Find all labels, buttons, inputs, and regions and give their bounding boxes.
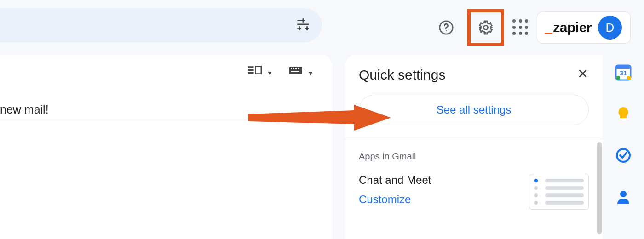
svg-point-2 xyxy=(484,25,488,29)
quick-settings-title: Quick settings xyxy=(359,67,445,83)
tasks-app-icon[interactable] xyxy=(615,147,632,164)
svg-rect-15 xyxy=(627,76,631,80)
section-label-apps: Apps in Gmail xyxy=(359,151,589,162)
split-pane-toggle[interactable]: ▼ xyxy=(248,65,273,77)
scrollbar[interactable] xyxy=(597,142,602,234)
avatar-letter: D xyxy=(606,21,615,35)
top-actions: _zapier D xyxy=(433,9,630,46)
svg-rect-8 xyxy=(291,68,292,69)
help-icon[interactable] xyxy=(433,15,459,40)
divider xyxy=(345,139,603,139)
svg-rect-7 xyxy=(289,67,302,74)
chat-and-meet-row: Chat and Meet Customize xyxy=(359,174,589,210)
svg-rect-9 xyxy=(293,68,294,69)
mail-toolbar: ▼ ▼ xyxy=(248,65,314,77)
chevron-down-icon: ▼ xyxy=(307,69,314,77)
mail-panel: ▼ ▼ new mail! xyxy=(0,55,332,239)
contacts-app-icon[interactable] xyxy=(615,188,632,205)
svg-rect-10 xyxy=(295,68,297,69)
settings-icon[interactable] xyxy=(467,9,504,46)
quick-settings-panel: Quick settings See all settings Apps in … xyxy=(345,55,603,239)
svg-rect-12 xyxy=(291,71,299,72)
brand-logo: _zapier xyxy=(545,20,592,35)
customize-link[interactable]: Customize xyxy=(359,193,431,206)
apps-grid-icon[interactable] xyxy=(512,19,529,36)
svg-rect-3 xyxy=(248,66,254,68)
svg-text:31: 31 xyxy=(620,69,627,77)
svg-point-20 xyxy=(620,191,627,197)
top-bar: _zapier D xyxy=(0,0,644,51)
see-all-settings-button[interactable]: See all settings xyxy=(359,95,589,125)
keep-app-icon[interactable] xyxy=(615,106,632,122)
svg-rect-4 xyxy=(248,69,254,71)
svg-rect-6 xyxy=(256,66,262,74)
side-app-rail: 31 xyxy=(612,64,635,205)
svg-rect-18 xyxy=(621,119,626,121)
svg-rect-11 xyxy=(298,68,299,69)
svg-rect-16 xyxy=(616,76,620,80)
divider xyxy=(0,119,332,119)
avatar[interactable]: D xyxy=(598,16,622,40)
calendar-app-icon[interactable]: 31 xyxy=(615,64,632,81)
layout-thumbnail[interactable] xyxy=(529,174,589,210)
brand-name: zapier xyxy=(553,20,592,35)
workspace-brand-card[interactable]: _zapier D xyxy=(537,12,630,43)
input-method-toggle[interactable]: ▼ xyxy=(289,65,314,77)
chevron-down-icon: ▼ xyxy=(267,69,273,77)
tune-icon[interactable] xyxy=(295,17,311,34)
svg-rect-14 xyxy=(616,65,631,69)
close-icon[interactable] xyxy=(577,67,589,83)
main-row: ▼ ▼ new mail! Quick settings See all set… xyxy=(0,55,603,239)
search-field[interactable] xyxy=(0,8,322,42)
svg-point-1 xyxy=(446,30,447,31)
svg-rect-5 xyxy=(248,72,254,74)
mail-preview-text: new mail! xyxy=(0,103,49,116)
chat-meet-label: Chat and Meet xyxy=(359,174,431,187)
